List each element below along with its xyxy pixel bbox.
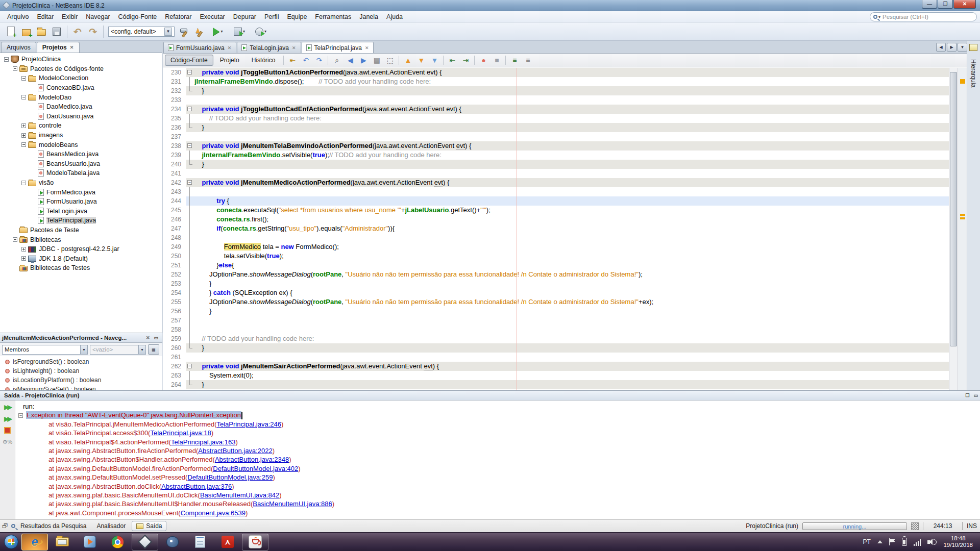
close-button[interactable]: ✕	[953, 0, 976, 9]
close-icon[interactable]: ✕	[69, 44, 75, 51]
source-link[interactable]: TelaPrincipal.java:163	[171, 438, 235, 446]
collapse-icon[interactable]	[21, 142, 26, 147]
forward-button[interactable]: ↷	[313, 55, 325, 66]
close-icon[interactable]: ✕	[291, 45, 297, 51]
fold-column[interactable]: −	[186, 178, 194, 187]
stop-icon[interactable]	[4, 427, 11, 434]
debug-project-button[interactable]: ▾	[229, 24, 250, 39]
scroll-tabs-left-icon[interactable]: ◀	[936, 43, 946, 52]
bottom-tab-resultados-da-pesquisa[interactable]: Resultados da Pesquisa	[16, 521, 90, 531]
source-link[interactable]: AbstractButton.java:376	[161, 483, 232, 490]
network-signal-icon[interactable]	[914, 538, 921, 546]
config-dropdown-icon[interactable]: ▼	[164, 28, 172, 36]
expand-icon[interactable]	[21, 247, 26, 252]
shift-line-right-button[interactable]: ⇥	[459, 55, 472, 66]
collapse-icon[interactable]	[21, 95, 26, 99]
members-filter-combobox[interactable]: Membros▼	[2, 345, 88, 355]
source-link[interactable]: Component.java:6539	[181, 509, 246, 517]
minimize-button[interactable]: —	[922, 0, 937, 9]
find-next-button[interactable]: ▶	[357, 55, 370, 66]
tree-item-beansusuario-java[interactable]: BeansUsuario.java	[0, 159, 162, 169]
back-button[interactable]: ↶	[300, 55, 312, 66]
warning-mark[interactable]	[960, 79, 965, 84]
scrollbar-thumb[interactable]	[950, 72, 957, 346]
navigator-member-list[interactable]: isForegroundSet() : booleanisLightweight…	[0, 356, 162, 391]
close-icon[interactable]: ✕	[227, 45, 232, 51]
menu-arquivo[interactable]: Arquivo	[3, 12, 33, 22]
action-center-flag-icon[interactable]	[889, 538, 895, 545]
tree-item-pacotes-de-teste[interactable]: Pacotes de Teste	[0, 226, 162, 235]
menu-perfil[interactable]: Perfil	[260, 12, 283, 22]
taskbar-netbeans-button[interactable]	[132, 534, 158, 550]
fold-column[interactable]: −	[186, 141, 194, 151]
output-settings-icon[interactable]: ⚙%	[3, 438, 13, 445]
source-link[interactable]: AbstractButton.java:2348	[215, 456, 289, 463]
run-project-button[interactable]: ▾	[207, 24, 229, 39]
scroll-tabs-right-icon[interactable]: ▶	[947, 43, 957, 52]
navigator-minimize-icon[interactable]: ▭	[152, 335, 160, 340]
tree-item-modelobeans[interactable]: modeloBeans	[0, 140, 162, 149]
tree-item-bibliotecas[interactable]: Bibliotecas	[0, 235, 162, 244]
taskbar-start-button[interactable]	[2, 534, 21, 550]
find-selection-button[interactable]: ⌕	[331, 55, 343, 66]
bottom-tab-saida[interactable]: Saída	[132, 521, 166, 531]
undo-button[interactable]: ↶	[70, 24, 85, 39]
output-minimize-icon[interactable]: ▭	[971, 393, 980, 398]
uncomment-button[interactable]: ≡	[522, 55, 534, 66]
save-all-button[interactable]	[49, 24, 64, 39]
explorer-tab-projetos[interactable]: Projetos✕	[37, 42, 80, 53]
fold-column[interactable]: −	[186, 105, 194, 114]
menu-ferramentas[interactable]: Ferramentas	[311, 12, 355, 22]
taskbar-internet-explorer-button[interactable]: e	[21, 534, 48, 550]
collapse-icon[interactable]	[21, 76, 26, 81]
fold-collapse-icon[interactable]: −	[187, 180, 192, 185]
navigator-columns-button[interactable]: ▦	[148, 344, 159, 355]
tree-item-jdk-1-8-default[interactable]: JDK 1.8 (Default)	[0, 254, 162, 263]
tree-item-formmedico-java[interactable]: FormMedico.java	[0, 187, 162, 197]
toggle-highlight-button[interactable]: ▤	[371, 55, 383, 66]
tree-item-daomedico-java[interactable]: DaoMedico.java	[0, 102, 162, 112]
clean-and-build-button[interactable]	[192, 24, 207, 39]
editor-tab-telaprincipal-java[interactable]: TelaPrincipal.java✕	[302, 42, 374, 53]
source-link[interactable]: BasicMenuItemUI.java:842	[200, 491, 279, 499]
open-project-button[interactable]	[34, 24, 49, 39]
menu-exibir[interactable]: Exibir	[58, 12, 82, 22]
shift-line-left-button[interactable]: ⇤	[446, 55, 458, 66]
tree-item-telalogin-java[interactable]: TelaLogin.java	[0, 207, 162, 216]
build-project-button[interactable]	[177, 24, 192, 39]
expand-icon[interactable]	[21, 133, 26, 138]
output-maximize-icon[interactable]: ❐	[963, 393, 971, 398]
clock[interactable]: 18:48 19/10/2018	[943, 535, 973, 548]
stacktrace-fold-icon[interactable]: −	[18, 413, 23, 418]
warning-mark[interactable]	[960, 217, 965, 219]
expand-icon[interactable]	[21, 123, 26, 128]
tree-item-bibliotecas-de-testes[interactable]: Bibliotecas de Testes	[0, 263, 162, 273]
tray-expand-icon[interactable]	[877, 540, 883, 543]
combo-arrow-icon[interactable]: ▼	[138, 345, 145, 354]
output-console[interactable]: run:−Exception in thread "AWT-EventQueue…	[16, 400, 980, 519]
config-combobox[interactable]: <config. default> ▼	[108, 27, 175, 37]
tree-item-modelodao[interactable]: ModeloDao	[0, 92, 162, 102]
projects-tree[interactable]: ProjetoClinicaPacotes de Códigos-fonteMo…	[0, 53, 162, 333]
run-dropdown-icon[interactable]: ▾	[220, 29, 223, 34]
tree-item-projetoclinica[interactable]: ProjetoClinica	[0, 55, 162, 64]
tree-item-telaprincipal-java[interactable]: TelaPrincipal.java	[0, 216, 162, 226]
rerun-icon[interactable]: ▶▶	[4, 404, 10, 411]
quick-search[interactable]: ▾ Pesquisar (Ctrl+I)	[870, 12, 977, 21]
taskbar-java-button[interactable]	[242, 534, 268, 550]
view-codigo-fonte[interactable]: Código-Fonte	[165, 55, 213, 66]
editor-tab-telalogin-java[interactable]: TelaLogin.java✕	[237, 42, 301, 53]
rerun-with-args-icon[interactable]: ▶▶	[4, 415, 10, 422]
stop-macro-recording-button[interactable]: ■	[491, 55, 503, 66]
taskbar-media-player-button[interactable]	[77, 534, 103, 550]
source-link[interactable]: BasicMenuItemUI.java:886	[253, 500, 332, 508]
menu-janela[interactable]: Janela	[355, 12, 382, 22]
language-indicator[interactable]: PT	[863, 538, 871, 545]
view-historico[interactable]: Histórico	[246, 55, 281, 66]
navigator-close-icon[interactable]: ✕	[144, 335, 152, 340]
menu-executar[interactable]: Executar	[195, 12, 229, 22]
taskbar-notepad-button[interactable]	[187, 534, 213, 550]
menu-ajuda[interactable]: Ajuda	[382, 12, 407, 22]
taskbar-chrome-button[interactable]	[104, 534, 131, 550]
tab-list-dropdown-icon[interactable]: ▼	[958, 43, 967, 52]
